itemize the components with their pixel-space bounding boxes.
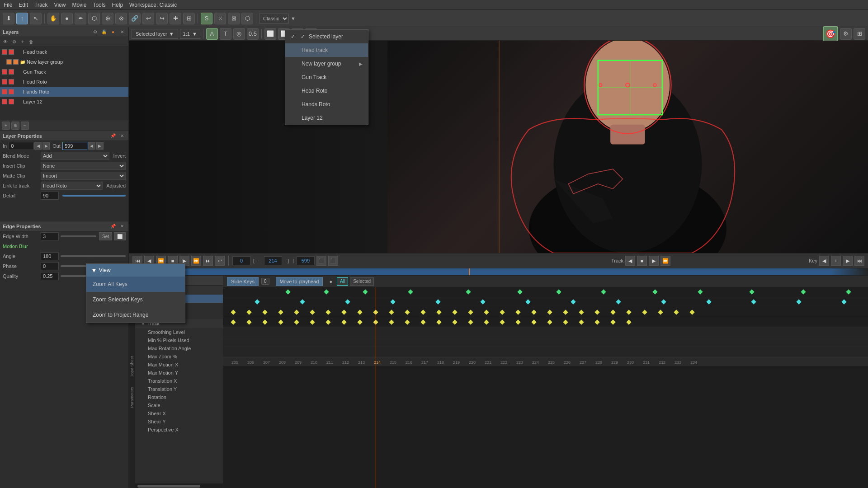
menu-workspace[interactable]: Workspace: Classic (129, 2, 177, 8)
params-maxmotiony[interactable]: Max Motion Y (135, 369, 223, 377)
params-maxrotation[interactable]: Max Rotation Angle (135, 344, 223, 352)
layer-gear-icon[interactable]: ⚙ (10, 38, 18, 46)
track-play-fwd2-btn[interactable]: ⏩ (660, 256, 670, 266)
track-prev-btn[interactable]: ◀ (625, 256, 635, 266)
tool-circle[interactable]: ⊕ (102, 13, 113, 24)
track-stop-btn[interactable]: ■ (637, 256, 647, 266)
track-play-fwd-btn[interactable]: ▶ (649, 256, 659, 266)
layer-props-close-icon[interactable]: ✕ (118, 132, 126, 140)
edge-set-btn[interactable]: Set (99, 232, 112, 240)
params-smoothing[interactable]: Smoothing Level (135, 328, 223, 336)
teal-key-10[interactable] (661, 299, 666, 304)
layer-item-headtrack[interactable]: Head track (0, 47, 128, 57)
link-track-select[interactable]: Head Roto (41, 182, 103, 190)
params-perspx[interactable]: Perspective X (135, 426, 223, 434)
layer-delete-icon[interactable]: 🗑 (28, 38, 35, 46)
edge-props-pin-icon[interactable]: 📌 (109, 223, 117, 230)
key-end-btn[interactable]: ⏭ (854, 256, 864, 266)
tool-add-track[interactable]: ⊗ (115, 13, 127, 24)
loop-btn[interactable]: ↩ (215, 256, 225, 266)
view-icon-circle[interactable]: ◎ (233, 28, 245, 40)
params-hscrollbar[interactable] (135, 483, 223, 488)
layers-close-icon[interactable]: ✕ (118, 28, 126, 36)
dropdown-item-newlayergroup[interactable]: New layer group ▶ (285, 57, 368, 70)
in-next-btn[interactable]: ▶ (42, 142, 50, 150)
teal-key-4[interactable] (390, 299, 395, 304)
layer-dup-btn[interactable]: ⊕ (11, 122, 19, 130)
layer-add-btn[interactable]: + (2, 122, 10, 130)
matte-clip-select[interactable]: Import (41, 172, 126, 180)
layer-item-layer12[interactable]: Layer 12 (0, 97, 128, 107)
workspace-select[interactable]: Classic (259, 14, 289, 23)
end-frame-field[interactable] (297, 256, 315, 265)
view-dropdown-header[interactable]: ▼ View (86, 264, 185, 277)
params-shearx[interactable]: Shear X (135, 409, 223, 418)
view-extra-icon[interactable]: ⊞ (854, 28, 865, 40)
layer-select-btn[interactable]: Selected layer ▼ (132, 29, 178, 39)
key-10[interactable] (698, 289, 703, 294)
teal-key-13[interactable] (796, 299, 801, 304)
params-sheary[interactable]: Shear Y (135, 418, 223, 426)
view-icon-A[interactable]: A (206, 28, 218, 40)
layer-item-guntrack[interactable]: Gun Track (0, 67, 128, 77)
layer-del-btn[interactable]: − (21, 122, 29, 130)
dropdown-item-layer12[interactable]: Layer 12 (285, 111, 368, 125)
angle-slider[interactable] (61, 255, 126, 257)
selected-btn[interactable]: Selected (350, 277, 374, 286)
view-dropdown-item-zoomproject[interactable]: Zoom to Project Range (86, 307, 185, 323)
layer-eye-icon[interactable]: 👁 (2, 38, 9, 46)
view-dropdown-item-zoomselected[interactable]: Zoom Selected Keys (86, 292, 185, 307)
key-8[interactable] (601, 289, 606, 294)
teal-key-12[interactable] (751, 299, 756, 304)
next-step-btn[interactable]: ⏩ (191, 256, 201, 266)
key-7[interactable] (556, 289, 561, 294)
params-scale[interactable]: Scale (135, 401, 223, 409)
move-to-playhead-btn[interactable]: Move to playhead (276, 277, 323, 286)
params-rotation[interactable]: Rotation (135, 393, 223, 401)
menu-help[interactable]: Help (112, 2, 123, 8)
teal-key-8[interactable] (571, 299, 576, 304)
tool-grid[interactable]: ⊞ (183, 13, 195, 24)
layer-add-icon[interactable]: + (19, 38, 26, 46)
start-frame-field[interactable] (232, 256, 250, 265)
teal-key-9[interactable] (616, 299, 621, 304)
key-prev-btn[interactable]: ◀ (819, 256, 829, 266)
key-1[interactable] (285, 289, 290, 294)
tool-pen[interactable]: ✒ (75, 13, 86, 24)
insert-clip-select[interactable]: None (41, 162, 126, 170)
teal-key-7[interactable] (526, 299, 531, 304)
angle-field[interactable] (41, 252, 59, 260)
tool-select2[interactable]: ↖ (30, 13, 42, 24)
tool-export[interactable]: ⬇ (3, 13, 14, 24)
menu-movie[interactable]: Movie (72, 2, 86, 8)
dropdown-item-headtrack[interactable]: Head track (285, 43, 368, 57)
tool-spline-s[interactable]: S (201, 13, 212, 24)
params-translx[interactable]: Translation X (135, 377, 223, 385)
menu-view[interactable]: View (54, 2, 66, 8)
zoom-select-btn[interactable]: 1:1 ▼ (180, 29, 200, 39)
tool-create-point[interactable]: ● (61, 13, 73, 24)
teal-key-11[interactable] (706, 299, 711, 304)
dropdown-item-guntrack[interactable]: Gun Track (285, 70, 368, 84)
layers-settings-icon[interactable]: ⚙ (91, 28, 99, 36)
view-dropdown-item-zoomall[interactable]: Zoom All Keys (86, 277, 185, 292)
clip-icon-1[interactable]: ⬛ (316, 256, 326, 266)
layers-color-icon[interactable]: ● (109, 28, 117, 36)
slide-keys-btn[interactable]: Slide Keys (227, 277, 259, 286)
teal-key-1[interactable] (255, 299, 260, 304)
tool-rect[interactable]: ⬡ (88, 13, 100, 24)
dropdown-item-headroto[interactable]: Head Roto (285, 84, 368, 98)
params-transly[interactable]: Translation Y (135, 385, 223, 393)
menu-track[interactable]: Track (34, 2, 48, 8)
layer-item-headroto[interactable]: Head Roto (0, 77, 128, 87)
tool-undo[interactable]: ↩ (142, 13, 154, 24)
detail-field[interactable] (41, 192, 59, 200)
key-13[interactable] (846, 289, 851, 294)
tool-transform[interactable]: ⊠ (228, 13, 240, 24)
params-hscrollbar-thumb[interactable] (137, 485, 200, 488)
quality-field[interactable] (41, 272, 59, 280)
clip-icon-2[interactable]: ⬛ (328, 256, 338, 266)
params-maxzoom[interactable]: Max Zoom % (135, 352, 223, 361)
layers-lock-icon[interactable]: 🔒 (100, 28, 108, 36)
key-9[interactable] (653, 289, 658, 294)
